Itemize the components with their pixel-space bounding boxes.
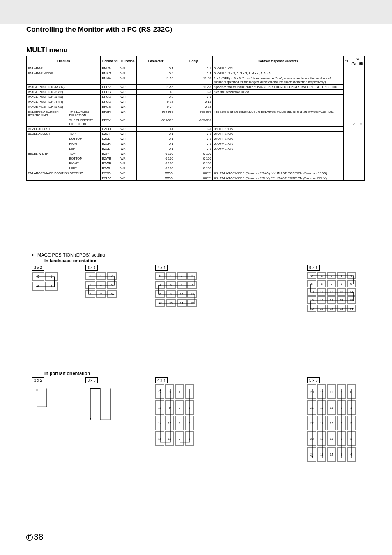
cell-content	[212, 118, 343, 127]
cell-function	[27, 161, 68, 166]
cell-cmd: BZCB	[101, 136, 119, 141]
cell-par: XXYY	[137, 176, 175, 181]
cell-par: 0-1	[137, 146, 175, 151]
cell-rep: 0-100	[175, 156, 212, 161]
cell-content	[212, 104, 343, 109]
cell-dir: WR	[119, 104, 137, 109]
diagram-cell: 3	[347, 431, 356, 446]
cell-content: See the description below.	[212, 90, 343, 95]
diagram-group: 2 x 22031	[32, 377, 51, 410]
cell-rep: 0-3	[175, 90, 212, 95]
page-title: Controlling the Monitor with a PC (RS-23…	[26, 25, 172, 34]
th-b: (B)	[357, 61, 365, 66]
diagram-cell: 1	[96, 272, 106, 280]
cell-par: 0-15	[137, 99, 175, 104]
diagram-cell: 1	[166, 272, 176, 280]
table-row: LEFTBZCLWR0-10-10: OFF, 1: ON	[27, 146, 365, 151]
cell-subfunction: THE SHORTEST DIRECTION	[68, 118, 101, 127]
cell-content: 0: OFF, 1: ON	[212, 146, 343, 151]
table-row: BEZEL ADJUSTTOPBZCTWR0-10-10: OFF, 1: ON	[27, 132, 365, 136]
cell-function: IMAGE POSITION (M x N)	[27, 85, 101, 90]
diagram-cell: 9	[347, 280, 356, 287]
cell-content	[212, 151, 343, 156]
th-star2: *2	[350, 56, 365, 61]
cell-subfunction: LEFT	[68, 146, 101, 151]
diagram-cell: 3	[187, 272, 197, 280]
th-a: (A)	[350, 61, 357, 66]
cell-function: IMAGE POSITION (4 x 4)	[27, 99, 101, 104]
diagram-cell: 10	[327, 384, 336, 399]
diagram-cell: 2	[32, 282, 44, 291]
cell-dir: WR	[119, 118, 137, 127]
cell-content: The setting range depends on the ENLARGE…	[212, 109, 343, 118]
page-number: E38	[26, 532, 43, 542]
cell-content: 0: OFF, 1: ON	[212, 132, 343, 136]
diagram-cell: 15	[155, 431, 164, 446]
diagram-group: 3 x 3630741852	[85, 377, 114, 423]
command-table-wrap: Function Command Direction Parameter Rep…	[26, 56, 365, 181]
cell-rep: 0-100	[175, 151, 212, 156]
diagram-cell: 10	[307, 288, 316, 296]
th-command: Command	[101, 56, 119, 66]
diagram-grid: 0123456789101112131415	[155, 272, 197, 307]
diagram-cell: 2	[177, 272, 187, 280]
cell-function	[27, 166, 68, 171]
cell-par: 0-1	[137, 127, 175, 132]
diagram-cell: 12	[155, 299, 165, 307]
diagram-cell: 16	[317, 400, 326, 415]
cell-cmd: BZCR	[101, 141, 119, 146]
header-bar	[0, 0, 392, 24]
diagram-cell: 15	[307, 296, 316, 304]
diagram-grid: 012345678	[85, 272, 117, 298]
cell-par: -999-999	[137, 109, 175, 118]
cell-par: 0-24	[137, 104, 175, 109]
diagram-cell: 13	[155, 400, 164, 415]
diagram-cell: 14	[347, 288, 356, 296]
cell-cmd: EPOS	[101, 95, 119, 99]
cell-dir: WR	[119, 156, 137, 161]
cell-subfunction: BOTTOM	[68, 136, 101, 141]
th-content: Control/Response contents	[212, 56, 343, 66]
diagram-cell: 12	[155, 384, 164, 399]
th-parameter: Parameter	[137, 56, 175, 66]
cell-subfunction: BOTTOM	[68, 156, 101, 161]
diagram-cell: 6	[317, 280, 326, 287]
cell-cmd: EPOS	[101, 104, 119, 109]
cell-s2a: ○	[350, 66, 357, 181]
table-row: ENLARGE MODEEMAGWR0-40-40: OFF, 1: 2 x 2…	[27, 71, 365, 76]
diagram-cell: 13	[337, 288, 346, 296]
diagram-cell: 5	[307, 280, 316, 287]
epos-portrait-label: In portrait orientation	[44, 371, 90, 376]
diagram-cell: 11	[187, 290, 197, 298]
cell-s1: -	[343, 66, 350, 181]
diagram-cell: 20	[307, 305, 316, 312]
cell-content: 0: OFF, 1: ON	[212, 141, 343, 146]
diagram-label: 5 x 5	[307, 265, 320, 271]
diagram-grid: 0123	[32, 272, 58, 291]
cell-par: 0-100	[137, 156, 175, 161]
cell-rep: 0-100	[175, 166, 212, 171]
table-row: THE SHORTEST DIRECTIONEPSVWR-999-999-999…	[27, 118, 365, 127]
cell-function: IMAGE POSITION (3 x 3)	[27, 95, 101, 99]
cell-function: BEZEL ADJUST	[27, 132, 68, 136]
diagram-cell: 7	[327, 280, 336, 287]
diagram-group: 4 x 41284013951141062151173	[155, 377, 194, 446]
cell-function	[27, 156, 68, 161]
cell-rep: 0-1	[175, 146, 212, 151]
cell-cmd: EMAG	[101, 71, 119, 76]
cell-content: Specifies values in the order of IMAGE P…	[212, 85, 343, 90]
cell-cmd: BZCO	[101, 127, 119, 132]
diagram-label: 4 x 4	[155, 377, 168, 383]
diagram-cell: 2	[107, 272, 117, 280]
diagram-cell: 22	[307, 416, 316, 430]
table-row: ENLARGE/IMAGE POSITION SETTINGESTGWRXXYY…	[27, 171, 365, 176]
table-row: BEZEL ADJUSTBZCOWR0-10-10: OFF, 1: ON	[27, 127, 365, 132]
diagram-cell: 7	[96, 290, 106, 298]
table-row: ENLARGEENLGWR0-10-10: OFF, 1: ON-○○	[27, 66, 365, 71]
cell-dir: WR	[119, 166, 137, 171]
cell-par: 11-55	[137, 76, 175, 85]
cell-rep: 0-4	[175, 71, 212, 76]
cell-content	[212, 99, 343, 104]
cell-subfunction: RIGHT	[68, 161, 101, 166]
epos-setting-label: IMAGE POSITION (EPOS) setting	[36, 252, 105, 257]
